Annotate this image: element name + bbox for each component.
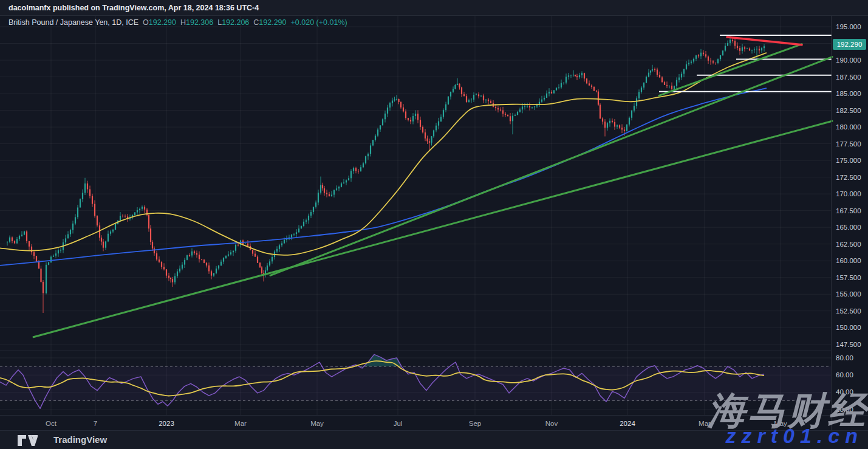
high-value: 192.306 — [186, 18, 213, 27]
indicator-tick-label: 80.00 — [836, 354, 853, 362]
tradingview-published-chart: dacolmanfx published on TradingView.com,… — [0, 0, 868, 449]
symbol-title: British Pound / Japanese Yen, 1D, ICE — [9, 18, 138, 27]
time-tick-label: Jul — [394, 420, 403, 427]
price-tick-label: 175.000 — [836, 157, 861, 164]
open-value: 192.290 — [149, 18, 176, 27]
price-tick-label: 150.000 — [836, 324, 861, 331]
footer-brand-text[interactable]: TradingView — [53, 430, 107, 449]
price-tick-label: 165.000 — [836, 224, 861, 231]
price-tick-label: 162.500 — [836, 241, 861, 248]
price-tick-label: 147.500 — [836, 341, 861, 348]
price-tick-label: 187.500 — [836, 74, 861, 81]
symbol-header: British Pound / Japanese Yen, 1D, ICEO19… — [9, 18, 347, 28]
price-tick-label: 157.500 — [836, 274, 861, 281]
close-label: C — [253, 18, 259, 27]
price-tick-label: 177.500 — [836, 140, 861, 148]
time-tick-label: May — [310, 420, 324, 427]
time-tick-label: 2024 — [620, 420, 635, 427]
time-tick-label: Oct — [46, 420, 56, 427]
price-tick-label: 170.000 — [836, 190, 861, 197]
price-tick-label: 152.500 — [836, 307, 861, 315]
price-tick-label: 185.000 — [836, 90, 861, 97]
time-tick-label: Mar — [234, 420, 247, 427]
high-label: H — [180, 18, 186, 27]
close-value: 192.290 — [259, 18, 286, 27]
price-tick-label: 195.000 — [836, 23, 861, 30]
price-tick-label: 167.500 — [836, 207, 861, 214]
watermark-domain: zzrt01.cn — [726, 424, 864, 448]
price-tick-label: 182.500 — [836, 107, 861, 114]
price-tick-label: 190.000 — [836, 57, 861, 64]
price-chart-canvas[interactable] — [0, 0, 868, 449]
price-tick-label: 172.500 — [836, 174, 861, 181]
tradingview-logo-icon[interactable] — [17, 434, 38, 447]
low-value: 192.206 — [222, 18, 249, 27]
time-tick-label: Sep — [469, 420, 481, 427]
indicator-tick-label: 60.00 — [836, 371, 853, 379]
time-tick-label: 7 — [94, 420, 97, 427]
time-tick-label: Nov — [545, 420, 558, 427]
time-tick-label: 2023 — [159, 420, 174, 427]
last-price-badge: 192.290 — [833, 39, 866, 50]
price-tick-label: 155.000 — [836, 290, 861, 298]
open-label: O — [143, 18, 149, 27]
price-tick-label: 160.000 — [836, 257, 861, 264]
price-tick-label: 180.000 — [836, 123, 861, 131]
change-value: +0.020 (+0.01%) — [291, 18, 347, 27]
